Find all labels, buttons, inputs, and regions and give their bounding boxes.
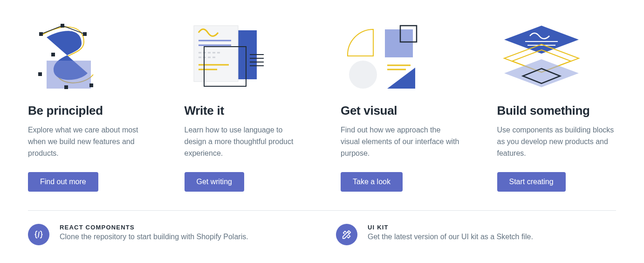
- resource-ui-kit[interactable]: UI KIT Get the latest version of our UI …: [336, 224, 616, 245]
- take-a-look-button[interactable]: Take a look: [341, 172, 403, 192]
- svg-rect-22: [385, 29, 413, 57]
- card-title: Be principled: [28, 104, 147, 118]
- card-title: Get visual: [341, 104, 460, 118]
- card-write-it: Write it Learn how to use language to de…: [185, 19, 304, 192]
- card-description: Find out how we approach the visual elem…: [341, 125, 460, 161]
- illustration-shapes: [341, 19, 460, 93]
- resource-description: Clone the repository to start building w…: [60, 233, 248, 241]
- svg-rect-6: [89, 83, 93, 87]
- divider: [28, 210, 616, 211]
- resource-label: UI KIT: [368, 224, 533, 231]
- resource-react-components[interactable]: REACT COMPONENTS Clone the repository to…: [28, 224, 308, 245]
- svg-rect-5: [64, 85, 68, 89]
- card-be-principled: Be principled Explore what we care about…: [28, 19, 147, 192]
- card-title: Write it: [185, 104, 304, 118]
- svg-rect-4: [38, 72, 42, 76]
- illustration-document: [185, 19, 304, 93]
- card-description: Use components as building blocks as you…: [497, 125, 617, 161]
- resource-text: REACT COMPONENTS Clone the repository to…: [60, 224, 248, 241]
- card-description: Explore what we care about most when we …: [28, 125, 147, 161]
- start-creating-button[interactable]: Start creating: [497, 172, 566, 192]
- svg-line-34: [38, 232, 39, 237]
- illustration-layers: [497, 19, 617, 93]
- resource-label: REACT COMPONENTS: [60, 224, 248, 231]
- feature-cards-row: Be principled Explore what we care about…: [28, 19, 616, 192]
- get-writing-button[interactable]: Get writing: [185, 172, 244, 192]
- pencil-ruler-icon: [336, 224, 357, 245]
- code-brackets-icon: [28, 224, 49, 245]
- card-get-visual: Get visual Find out how we approach the …: [341, 19, 460, 192]
- resource-text: UI KIT Get the latest version of our UI …: [368, 224, 533, 241]
- svg-point-24: [349, 61, 377, 89]
- card-title: Build something: [497, 104, 617, 118]
- illustration-s-vector: [28, 19, 147, 93]
- find-out-more-button[interactable]: Find out more: [28, 172, 98, 192]
- svg-rect-3: [51, 53, 55, 56]
- card-description: Learn how to use language to design a mo…: [185, 125, 304, 161]
- card-build-something: Build something Use components as buildi…: [497, 19, 617, 192]
- resource-description: Get the latest version of our UI kit as …: [368, 233, 533, 241]
- resources-row: REACT COMPONENTS Clone the repository to…: [28, 224, 616, 245]
